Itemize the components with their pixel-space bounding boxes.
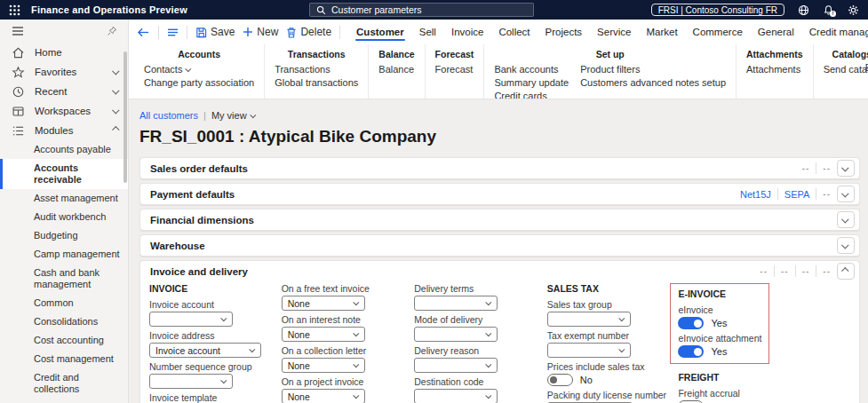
back-arrow-icon[interactable] [137, 27, 150, 38]
globe-icon[interactable] [798, 4, 809, 16]
ribbon-item-product-filters[interactable]: Product filters [580, 63, 726, 76]
sidebar-module-item-audit-workbench[interactable]: Audit workbench [0, 208, 128, 226]
section-expand-button[interactable] [837, 211, 855, 228]
sidebar-module-item-cash-and-bank-management[interactable]: Cash and bank management [0, 264, 128, 294]
ribbon-item-attachments[interactable]: Attachments [746, 63, 800, 76]
section-link-net15j[interactable]: Net15J [740, 189, 771, 200]
sidebar-module-item-common[interactable]: Common [0, 294, 128, 312]
chevron-down-icon [618, 346, 625, 352]
combo-number-sequence-group[interactable] [149, 374, 233, 389]
tab-credit-management[interactable]: Credit management [808, 20, 868, 43]
combo-on-a-collection-letter[interactable]: None [282, 358, 365, 373]
sidebar-item-favorites[interactable]: Favorites [0, 62, 128, 82]
notifications-bell-icon[interactable]: ! [823, 4, 834, 16]
sidebar-item-workspaces[interactable]: Workspaces [0, 101, 128, 121]
sidebar-module-item-asset-management[interactable]: Asset management [0, 189, 128, 208]
tab-invoice[interactable]: Invoice [450, 20, 484, 43]
combo-on-a-free-text-invoice[interactable]: None [282, 296, 365, 311]
toggle-einvoice[interactable] [678, 317, 704, 329]
menu-lines-icon[interactable] [167, 28, 179, 37]
section-header[interactable]: Warehouse [140, 235, 859, 256]
section-link-sepa[interactable]: SEPA [784, 189, 810, 200]
section-expand-button[interactable] [837, 186, 855, 202]
combo-tax-exempt-number[interactable] [547, 343, 631, 358]
sidebar-module-item-camp-management[interactable]: Camp management [0, 245, 128, 264]
combo-value: Invoice account [155, 345, 220, 356]
pin-icon[interactable] [107, 26, 117, 36]
ribbon-item-forecast[interactable]: Forecast [435, 63, 474, 76]
sidebar-module-item-budgeting[interactable]: Budgeting [0, 226, 128, 245]
ribbon-item-contacts[interactable]: Contacts [144, 63, 254, 76]
sidebar-item-home[interactable]: Home [0, 43, 128, 62]
tab-general[interactable]: General [757, 20, 795, 43]
ribbon-item-credit-cards[interactable]: Credit cards [494, 90, 569, 99]
breadcrumb-view-selector[interactable]: My view [211, 110, 256, 121]
combo-delivery-terms[interactable] [414, 296, 498, 311]
ribbon-item-bank-accounts[interactable]: Bank accounts [494, 63, 569, 76]
global-search-input[interactable]: Customer parameters [309, 3, 534, 17]
sidebar-module-item-credit-and-collections[interactable]: Credit and collections [0, 368, 128, 399]
field-block-einvoice-attachment: eInvoice attachmentYes [678, 333, 761, 358]
sidebar-module-item-cost-management[interactable]: Cost management [0, 350, 128, 368]
ribbon-item-send-catalog[interactable]: Send catalog [824, 63, 868, 76]
tab-sell[interactable]: Sell [418, 20, 437, 43]
save-button[interactable]: Save [195, 26, 235, 38]
ribbon-item-balance[interactable]: Balance [378, 63, 414, 76]
section-header[interactable]: Financial dimensions [140, 209, 859, 230]
combo-sales-tax-group[interactable] [547, 312, 631, 327]
sidebar-item-modules[interactable]: Modules [0, 121, 128, 140]
field-block-on-a-free-text-invoice: On a free text invoiceNone [282, 283, 415, 311]
section-more-indicator: -- [760, 266, 768, 276]
tab-commerce[interactable]: Commerce [692, 20, 744, 43]
ribbon-item-label: Transactions [275, 63, 330, 76]
sidebar-item-label: Favorites [35, 67, 104, 77]
chevron-down-icon [186, 66, 192, 72]
environment-badge[interactable]: FRSI | Contoso Consulting FR [651, 4, 784, 16]
ribbon-group-column: Forecast [435, 63, 474, 76]
field-block-prices-include-sales-tax: Prices include sales taxNo [547, 361, 679, 386]
sidebar-item-recent[interactable]: Recent [0, 82, 128, 101]
ribbon-item-transactions[interactable]: Transactions [275, 63, 358, 76]
sidebar-module-item-consolidations[interactable]: Consolidations [0, 312, 128, 331]
section-expand-button[interactable] [837, 237, 855, 254]
breadcrumb-all-customers-link[interactable]: All customers [139, 110, 198, 121]
tab-collect[interactable]: Collect [498, 20, 530, 43]
tab-projects[interactable]: Projects [545, 20, 584, 43]
tab-service[interactable]: Service [596, 20, 632, 43]
field-block-delivery-terms: Delivery terms [414, 283, 547, 311]
sidebar-module-item-cost-accounting[interactable]: Cost accounting [0, 331, 128, 350]
toggle-einvoice-attachment[interactable] [678, 345, 704, 358]
settings-gear-icon[interactable] [848, 4, 859, 16]
combo-invoice-address[interactable]: Invoice account [149, 343, 261, 358]
field-label: Delivery reason [414, 345, 547, 356]
field-block-packing-duty-license-number: Packing duty license number [547, 390, 679, 403]
combo-mode-of-delivery[interactable] [414, 327, 498, 342]
combo-destination-code[interactable] [414, 389, 498, 403]
combo-on-a-project-invoice[interactable]: None [282, 389, 365, 403]
ribbon-item-label: Forecast [435, 63, 474, 76]
hamburger-menu-icon[interactable] [12, 26, 24, 36]
ribbon-item-change-party-association[interactable]: Change party association [144, 76, 254, 90]
tab-customer[interactable]: Customer [355, 20, 405, 43]
sidebar-module-item-accounts-receivable[interactable]: Accounts receivable [0, 159, 128, 189]
app-launcher-icon[interactable] [9, 4, 20, 16]
combo-invoice-account[interactable] [149, 312, 233, 327]
section-header[interactable]: Payment defaultsNet15JSEPA-- [140, 184, 859, 204]
ribbon-item-label: Change party association [144, 76, 254, 90]
section-header[interactable]: Sales order defaults---- [140, 158, 859, 178]
section-header[interactable]: Invoice and delivery-------- [140, 261, 859, 281]
toggle-prices-include-sales-tax[interactable] [547, 374, 573, 386]
delete-button[interactable]: Delete [286, 26, 331, 38]
sidebar-scrollbar[interactable] [123, 51, 127, 183]
ribbon-item-global-transactions[interactable]: Global transactions [275, 76, 358, 90]
tab-market[interactable]: Market [645, 20, 678, 43]
ribbon-item-summary-update[interactable]: Summary update [494, 76, 569, 90]
combo-on-an-interest-note[interactable]: None [282, 327, 365, 342]
sidebar-module-item-accounts-payable[interactable]: Accounts payable [0, 140, 128, 159]
combo-delivery-reason[interactable] [414, 358, 498, 373]
sidebar-module-item-demand-planner[interactable]: Demand planner [0, 399, 128, 403]
section-expand-button[interactable] [837, 160, 855, 177]
ribbon-item-customers-advanced-notes-setup[interactable]: Customers advanced notes setup [580, 76, 726, 90]
section-collapse-button[interactable] [837, 263, 855, 280]
new-button[interactable]: New [243, 26, 278, 38]
